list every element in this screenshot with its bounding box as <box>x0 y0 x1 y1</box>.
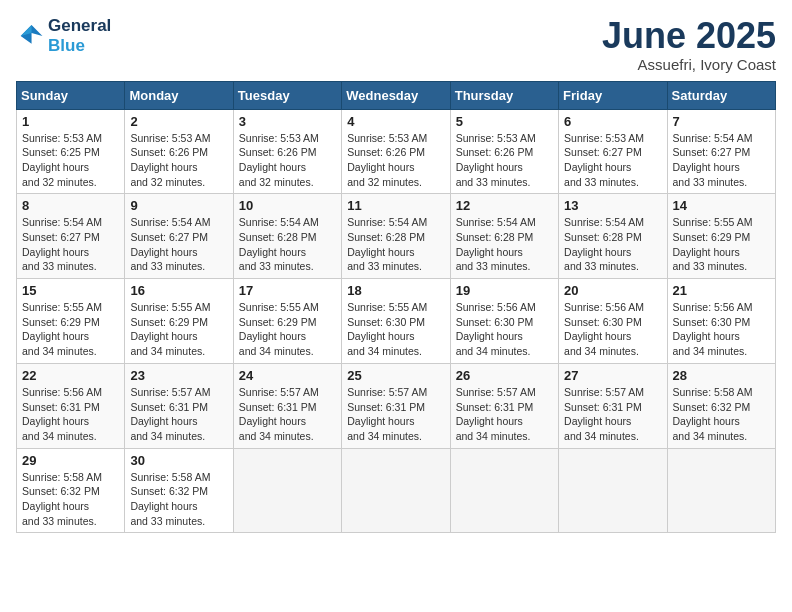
day-info: Sunrise: 5:54 AM Sunset: 6:28 PM Dayligh… <box>564 215 661 274</box>
day-info: Sunrise: 5:54 AM Sunset: 6:28 PM Dayligh… <box>239 215 336 274</box>
day-cell-26: 26 Sunrise: 5:57 AM Sunset: 6:31 PM Dayl… <box>450 363 558 448</box>
day-header-saturday: Saturday <box>667 81 775 109</box>
day-number: 14 <box>673 198 770 213</box>
day-info: Sunrise: 5:55 AM Sunset: 6:29 PM Dayligh… <box>673 215 770 274</box>
calendar-table: SundayMondayTuesdayWednesdayThursdayFrid… <box>16 81 776 534</box>
day-info: Sunrise: 5:56 AM Sunset: 6:30 PM Dayligh… <box>673 300 770 359</box>
empty-cell <box>450 448 558 533</box>
day-info: Sunrise: 5:58 AM Sunset: 6:32 PM Dayligh… <box>22 470 119 529</box>
calendar-header-row: SundayMondayTuesdayWednesdayThursdayFrid… <box>17 81 776 109</box>
day-cell-14: 14 Sunrise: 5:55 AM Sunset: 6:29 PM Dayl… <box>667 194 775 279</box>
day-number: 29 <box>22 453 119 468</box>
day-number: 22 <box>22 368 119 383</box>
day-info: Sunrise: 5:55 AM Sunset: 6:29 PM Dayligh… <box>22 300 119 359</box>
day-number: 16 <box>130 283 227 298</box>
day-info: Sunrise: 5:54 AM Sunset: 6:28 PM Dayligh… <box>347 215 444 274</box>
day-cell-2: 2 Sunrise: 5:53 AM Sunset: 6:26 PM Dayli… <box>125 109 233 194</box>
day-number: 20 <box>564 283 661 298</box>
day-cell-28: 28 Sunrise: 5:58 AM Sunset: 6:32 PM Dayl… <box>667 363 775 448</box>
day-info: Sunrise: 5:57 AM Sunset: 6:31 PM Dayligh… <box>564 385 661 444</box>
day-number: 5 <box>456 114 553 129</box>
day-number: 28 <box>673 368 770 383</box>
day-cell-30: 30 Sunrise: 5:58 AM Sunset: 6:32 PM Dayl… <box>125 448 233 533</box>
day-cell-10: 10 Sunrise: 5:54 AM Sunset: 6:28 PM Dayl… <box>233 194 341 279</box>
day-info: Sunrise: 5:55 AM Sunset: 6:29 PM Dayligh… <box>130 300 227 359</box>
calendar-title: June 2025 <box>602 16 776 56</box>
day-info: Sunrise: 5:53 AM Sunset: 6:26 PM Dayligh… <box>239 131 336 190</box>
day-cell-27: 27 Sunrise: 5:57 AM Sunset: 6:31 PM Dayl… <box>559 363 667 448</box>
day-number: 19 <box>456 283 553 298</box>
day-number: 11 <box>347 198 444 213</box>
day-number: 9 <box>130 198 227 213</box>
day-info: Sunrise: 5:56 AM Sunset: 6:30 PM Dayligh… <box>564 300 661 359</box>
day-cell-5: 5 Sunrise: 5:53 AM Sunset: 6:26 PM Dayli… <box>450 109 558 194</box>
day-number: 23 <box>130 368 227 383</box>
day-info: Sunrise: 5:57 AM Sunset: 6:31 PM Dayligh… <box>456 385 553 444</box>
day-info: Sunrise: 5:58 AM Sunset: 6:32 PM Dayligh… <box>673 385 770 444</box>
day-cell-17: 17 Sunrise: 5:55 AM Sunset: 6:29 PM Dayl… <box>233 279 341 364</box>
day-cell-4: 4 Sunrise: 5:53 AM Sunset: 6:26 PM Dayli… <box>342 109 450 194</box>
logo-icon <box>16 22 44 50</box>
day-header-monday: Monday <box>125 81 233 109</box>
day-cell-18: 18 Sunrise: 5:55 AM Sunset: 6:30 PM Dayl… <box>342 279 450 364</box>
empty-cell <box>667 448 775 533</box>
day-info: Sunrise: 5:53 AM Sunset: 6:27 PM Dayligh… <box>564 131 661 190</box>
day-cell-11: 11 Sunrise: 5:54 AM Sunset: 6:28 PM Dayl… <box>342 194 450 279</box>
day-info: Sunrise: 5:57 AM Sunset: 6:31 PM Dayligh… <box>347 385 444 444</box>
day-number: 13 <box>564 198 661 213</box>
day-cell-9: 9 Sunrise: 5:54 AM Sunset: 6:27 PM Dayli… <box>125 194 233 279</box>
day-info: Sunrise: 5:53 AM Sunset: 6:26 PM Dayligh… <box>130 131 227 190</box>
day-number: 27 <box>564 368 661 383</box>
day-number: 21 <box>673 283 770 298</box>
day-cell-6: 6 Sunrise: 5:53 AM Sunset: 6:27 PM Dayli… <box>559 109 667 194</box>
day-number: 12 <box>456 198 553 213</box>
day-info: Sunrise: 5:58 AM Sunset: 6:32 PM Dayligh… <box>130 470 227 529</box>
title-block: June 2025 Assuefri, Ivory Coast <box>602 16 776 73</box>
day-info: Sunrise: 5:53 AM Sunset: 6:25 PM Dayligh… <box>22 131 119 190</box>
calendar-week-4: 22 Sunrise: 5:56 AM Sunset: 6:31 PM Dayl… <box>17 363 776 448</box>
day-info: Sunrise: 5:55 AM Sunset: 6:30 PM Dayligh… <box>347 300 444 359</box>
day-number: 2 <box>130 114 227 129</box>
day-info: Sunrise: 5:54 AM Sunset: 6:27 PM Dayligh… <box>22 215 119 274</box>
day-header-tuesday: Tuesday <box>233 81 341 109</box>
day-number: 15 <box>22 283 119 298</box>
day-cell-22: 22 Sunrise: 5:56 AM Sunset: 6:31 PM Dayl… <box>17 363 125 448</box>
day-info: Sunrise: 5:54 AM Sunset: 6:27 PM Dayligh… <box>673 131 770 190</box>
day-cell-29: 29 Sunrise: 5:58 AM Sunset: 6:32 PM Dayl… <box>17 448 125 533</box>
day-info: Sunrise: 5:53 AM Sunset: 6:26 PM Dayligh… <box>347 131 444 190</box>
day-number: 6 <box>564 114 661 129</box>
day-header-sunday: Sunday <box>17 81 125 109</box>
day-info: Sunrise: 5:54 AM Sunset: 6:28 PM Dayligh… <box>456 215 553 274</box>
calendar-subtitle: Assuefri, Ivory Coast <box>602 56 776 73</box>
day-info: Sunrise: 5:57 AM Sunset: 6:31 PM Dayligh… <box>130 385 227 444</box>
logo-text-line2: Blue <box>48 36 111 56</box>
day-cell-21: 21 Sunrise: 5:56 AM Sunset: 6:30 PM Dayl… <box>667 279 775 364</box>
day-info: Sunrise: 5:55 AM Sunset: 6:29 PM Dayligh… <box>239 300 336 359</box>
day-cell-3: 3 Sunrise: 5:53 AM Sunset: 6:26 PM Dayli… <box>233 109 341 194</box>
day-number: 7 <box>673 114 770 129</box>
day-cell-12: 12 Sunrise: 5:54 AM Sunset: 6:28 PM Dayl… <box>450 194 558 279</box>
logo-text-line1: General <box>48 16 111 36</box>
day-info: Sunrise: 5:56 AM Sunset: 6:31 PM Dayligh… <box>22 385 119 444</box>
day-cell-16: 16 Sunrise: 5:55 AM Sunset: 6:29 PM Dayl… <box>125 279 233 364</box>
empty-cell <box>342 448 450 533</box>
day-header-thursday: Thursday <box>450 81 558 109</box>
day-cell-8: 8 Sunrise: 5:54 AM Sunset: 6:27 PM Dayli… <box>17 194 125 279</box>
day-cell-24: 24 Sunrise: 5:57 AM Sunset: 6:31 PM Dayl… <box>233 363 341 448</box>
day-number: 25 <box>347 368 444 383</box>
day-cell-25: 25 Sunrise: 5:57 AM Sunset: 6:31 PM Dayl… <box>342 363 450 448</box>
day-cell-20: 20 Sunrise: 5:56 AM Sunset: 6:30 PM Dayl… <box>559 279 667 364</box>
day-cell-23: 23 Sunrise: 5:57 AM Sunset: 6:31 PM Dayl… <box>125 363 233 448</box>
day-info: Sunrise: 5:57 AM Sunset: 6:31 PM Dayligh… <box>239 385 336 444</box>
day-cell-7: 7 Sunrise: 5:54 AM Sunset: 6:27 PM Dayli… <box>667 109 775 194</box>
header: General Blue June 2025 Assuefri, Ivory C… <box>16 16 776 73</box>
day-number: 8 <box>22 198 119 213</box>
calendar-week-3: 15 Sunrise: 5:55 AM Sunset: 6:29 PM Dayl… <box>17 279 776 364</box>
day-number: 30 <box>130 453 227 468</box>
day-number: 10 <box>239 198 336 213</box>
day-number: 4 <box>347 114 444 129</box>
day-number: 1 <box>22 114 119 129</box>
day-info: Sunrise: 5:53 AM Sunset: 6:26 PM Dayligh… <box>456 131 553 190</box>
day-number: 26 <box>456 368 553 383</box>
empty-cell <box>559 448 667 533</box>
